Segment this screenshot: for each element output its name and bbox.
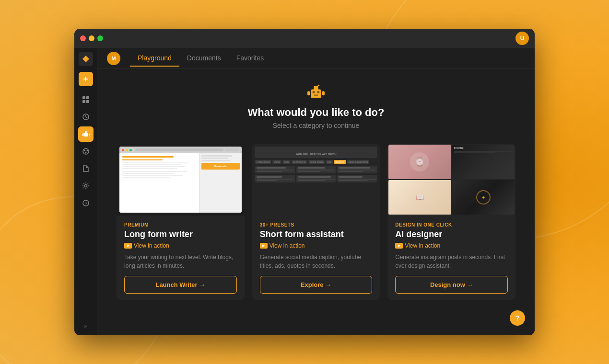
card-writer-desc: Take your writing to next level. Write b… bbox=[124, 253, 237, 270]
svg-rect-4 bbox=[86, 100, 89, 103]
svg-point-17 bbox=[85, 152, 86, 154]
add-button[interactable]: + bbox=[79, 72, 93, 86]
app-logo bbox=[79, 52, 93, 66]
svg-rect-6 bbox=[83, 133, 88, 136]
robot-icon bbox=[307, 83, 325, 101]
nav-user-avatar[interactable]: M bbox=[107, 52, 120, 65]
svg-rect-8 bbox=[84, 134, 85, 135]
sidebar-bottom: » bbox=[82, 321, 89, 331]
card-designer-video-link[interactable]: ▶ View in action bbox=[395, 242, 508, 249]
tab-playground[interactable]: Playground bbox=[130, 50, 179, 67]
maximize-button[interactable] bbox=[97, 35, 103, 41]
svg-rect-12 bbox=[82, 134, 83, 136]
card-shortform-body: 30+ PRESETS Short form assistant ▶ View … bbox=[252, 216, 380, 300]
video-camera-icon-2: ▶ bbox=[260, 243, 268, 249]
svg-rect-29 bbox=[322, 91, 325, 95]
launch-writer-button[interactable]: Launch Writer → bbox=[124, 276, 237, 294]
sidebar-item-settings[interactable] bbox=[78, 178, 94, 193]
logo-icon bbox=[82, 55, 90, 63]
svg-rect-24 bbox=[318, 85, 320, 87]
card-shortform-badge: 30+ PRESETS bbox=[260, 222, 373, 228]
card-long-form-writer[interactable]: Generate Premium Long form writer bbox=[117, 144, 245, 300]
svg-rect-13 bbox=[89, 134, 90, 136]
svg-rect-2 bbox=[86, 96, 89, 99]
card-writer-image: Generate bbox=[117, 144, 245, 216]
hero-subtitle: Select a category to continue bbox=[117, 122, 515, 129]
tab-favorites[interactable]: Favorites bbox=[229, 50, 272, 67]
help-button[interactable]: ? bbox=[510, 310, 525, 326]
sidebar-item-robot[interactable] bbox=[78, 126, 94, 142]
card-designer-badge: Design in one click bbox=[395, 222, 508, 228]
card-writer-video-link[interactable]: ▶ View in action bbox=[124, 242, 237, 249]
card-designer-title: AI designer bbox=[395, 229, 508, 239]
card-shortform-desc: Generate social media caption, youtube t… bbox=[260, 253, 373, 270]
card-designer-image: ⌚ INSPIRE 📖 bbox=[387, 144, 515, 216]
card-short-form[interactable]: What can I help you with today? AI Desig… bbox=[252, 144, 380, 300]
design-now-button[interactable]: Design now → bbox=[395, 276, 508, 294]
sidebar-item-help[interactable]: ? bbox=[78, 195, 94, 211]
svg-marker-0 bbox=[82, 56, 89, 62]
sidebar-item-files[interactable] bbox=[78, 161, 94, 176]
main-area: M Playground Documents Favorites bbox=[97, 48, 535, 335]
explore-button[interactable]: Explore → bbox=[260, 276, 373, 294]
svg-point-18 bbox=[84, 185, 87, 187]
cards-grid: Generate Premium Long form writer bbox=[117, 144, 515, 300]
card-writer-badge: Premium bbox=[124, 222, 237, 228]
svg-rect-1 bbox=[82, 96, 85, 99]
app-layout: + bbox=[74, 48, 535, 335]
title-bar: U bbox=[74, 29, 535, 48]
traffic-lights bbox=[80, 35, 103, 41]
tab-documents[interactable]: Documents bbox=[179, 50, 229, 67]
svg-rect-27 bbox=[314, 94, 318, 96]
card-writer-title: Long form writer bbox=[124, 229, 237, 239]
svg-rect-21 bbox=[311, 90, 321, 98]
content-area: What would you like to do? Select a cate… bbox=[97, 69, 535, 335]
browser-window: U + bbox=[74, 29, 535, 335]
collapse-button[interactable]: » bbox=[82, 321, 89, 331]
nav-tabs: Playground Documents Favorites bbox=[130, 50, 271, 67]
video-camera-icon: ▶ bbox=[124, 243, 132, 249]
minimize-button[interactable] bbox=[89, 35, 94, 41]
svg-rect-3 bbox=[82, 100, 85, 103]
card-designer-body: Design in one click AI designer ▶ View i… bbox=[387, 216, 515, 300]
close-button[interactable] bbox=[80, 35, 86, 41]
card-shortform-video-link[interactable]: ▶ View in action bbox=[260, 242, 373, 249]
svg-rect-28 bbox=[307, 91, 310, 95]
svg-rect-26 bbox=[317, 91, 320, 93]
sidebar-item-history[interactable] bbox=[78, 109, 94, 125]
hero-section: What would you like to do? Select a cate… bbox=[117, 83, 515, 129]
svg-rect-25 bbox=[313, 91, 315, 93]
sidebar-narrow: + bbox=[74, 48, 97, 335]
top-nav: M Playground Documents Favorites bbox=[97, 48, 535, 69]
svg-rect-9 bbox=[86, 134, 87, 135]
card-designer-desc: Generate instagram posts in seconds. Fir… bbox=[395, 253, 508, 270]
sidebar-item-grid[interactable] bbox=[78, 92, 94, 107]
video-camera-icon-3: ▶ bbox=[395, 243, 403, 249]
sidebar-item-palette[interactable] bbox=[78, 144, 94, 159]
hero-title: What would you like to do? bbox=[117, 106, 515, 119]
card-shortform-image: What can I help you with today? AI Desig… bbox=[252, 144, 380, 216]
svg-text:?: ? bbox=[85, 202, 87, 206]
titlebar-user-avatar[interactable]: U bbox=[515, 32, 529, 45]
card-shortform-title: Short form assistant bbox=[260, 229, 373, 239]
card-ai-designer[interactable]: ⌚ INSPIRE 📖 bbox=[387, 144, 515, 300]
svg-point-15 bbox=[83, 150, 85, 151]
svg-point-16 bbox=[86, 150, 88, 151]
card-writer-body: Premium Long form writer ▶ View in actio… bbox=[117, 216, 245, 300]
svg-rect-10 bbox=[85, 135, 87, 136]
